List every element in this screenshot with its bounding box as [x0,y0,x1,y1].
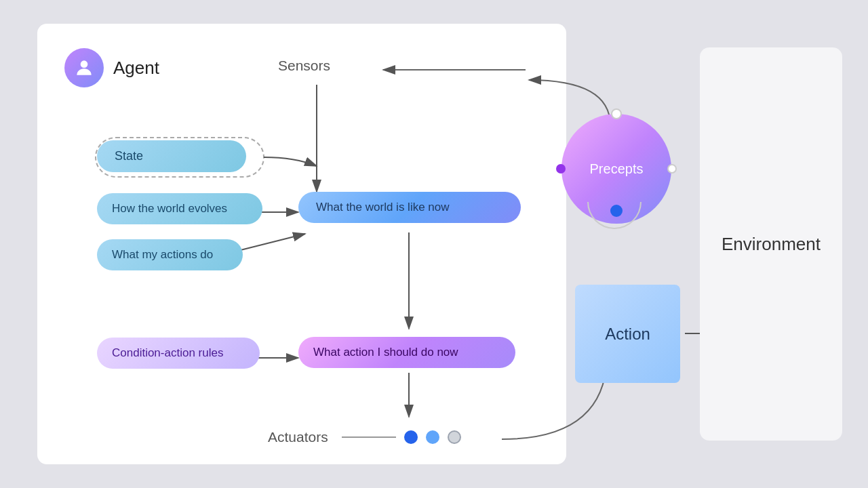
person-icon [73,57,95,79]
svg-point-0 [81,60,88,68]
action-now-pill: What action I should do now [298,337,515,368]
environment-label: Environment [722,234,821,255]
precepts-dot-right [667,164,677,174]
actuators-label: Actuators [268,429,328,445]
actions-do-pill: What my actions do [97,239,243,270]
sensors-label: Sensors [278,58,330,74]
state-pill: State [97,140,246,172]
agent-avatar [64,48,104,87]
evolves-pill: How the world evolves [97,193,262,224]
world-now-pill: What the world is like now [298,192,521,223]
dot-2 [426,430,439,444]
precepts-dot-left [556,164,566,174]
condition-action-pill: Condition-action rules [97,338,260,369]
dot-1 [404,430,418,444]
agent-title: Agent [113,58,159,79]
precepts-dot-top [611,108,622,119]
action-box: Action [575,285,680,383]
dot-3 [448,430,461,444]
environment-panel: Environment [700,47,842,441]
agent-panel: Agent Sensors [37,24,566,464]
actuators-area: Actuators [268,429,461,445]
agent-header: Agent [37,24,566,87]
precepts-circle: Precepts [561,114,671,224]
